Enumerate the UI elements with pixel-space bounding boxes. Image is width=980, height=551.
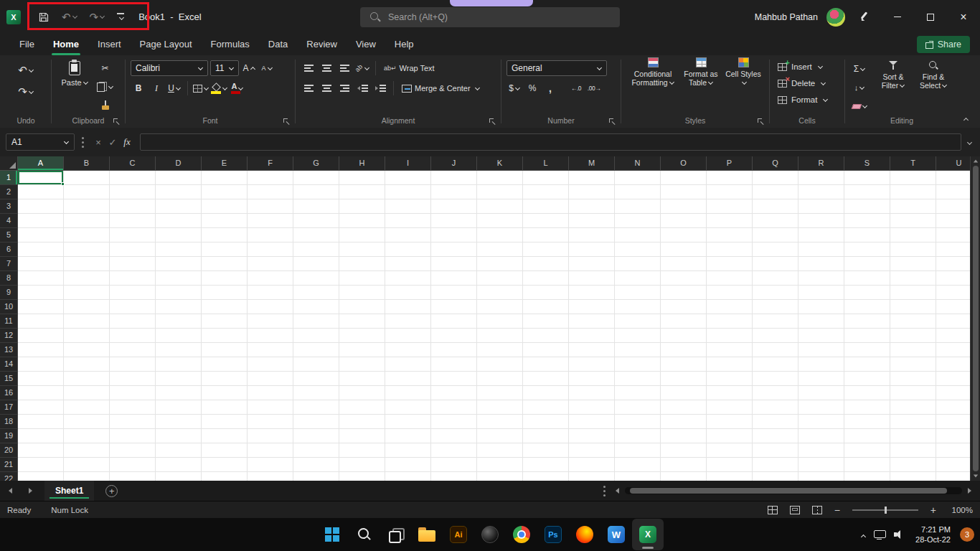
cell-T11[interactable] bbox=[890, 314, 936, 329]
taskbar-clock[interactable]: 7:21 PM 28-Oct-22 bbox=[915, 524, 951, 545]
cell-Q16[interactable] bbox=[753, 386, 798, 400]
cell-H12[interactable] bbox=[339, 329, 385, 343]
cell-B15[interactable] bbox=[64, 372, 110, 386]
cell-H20[interactable] bbox=[339, 443, 385, 458]
cell-N11[interactable] bbox=[615, 314, 661, 329]
clipboard-dialog-launcher[interactable] bbox=[113, 118, 120, 125]
cell-B1[interactable] bbox=[64, 171, 110, 185]
cell-I5[interactable] bbox=[385, 228, 431, 242]
cell-E20[interactable] bbox=[202, 443, 248, 458]
cell-E9[interactable] bbox=[202, 286, 248, 300]
ribbon-tab-review[interactable]: Review bbox=[297, 34, 347, 55]
cell-B2[interactable] bbox=[64, 185, 110, 199]
cell-E5[interactable] bbox=[202, 228, 248, 242]
sheetbar-options-icon[interactable] bbox=[603, 490, 606, 492]
cell-N17[interactable] bbox=[615, 400, 661, 415]
cell-I20[interactable] bbox=[385, 443, 431, 458]
cell-D10[interactable] bbox=[156, 300, 202, 314]
page-break-preview-button[interactable] bbox=[812, 506, 822, 514]
cell-N2[interactable] bbox=[615, 185, 661, 199]
cell-O21[interactable] bbox=[661, 458, 707, 472]
cell-H1[interactable] bbox=[339, 171, 385, 185]
notification-badge[interactable]: 3 bbox=[960, 527, 974, 542]
cell-S15[interactable] bbox=[844, 372, 890, 386]
scroll-left-arrow[interactable] bbox=[616, 488, 619, 494]
close-button[interactable]: × bbox=[947, 0, 980, 34]
cell-Q20[interactable] bbox=[753, 443, 798, 458]
cell-A11[interactable] bbox=[18, 314, 64, 329]
cell-S22[interactable] bbox=[844, 472, 890, 481]
cell-M7[interactable] bbox=[569, 257, 615, 271]
cell-K5[interactable] bbox=[477, 228, 523, 242]
cell-K6[interactable] bbox=[477, 242, 523, 257]
cell-C15[interactable] bbox=[110, 372, 156, 386]
cell-S9[interactable] bbox=[844, 286, 890, 300]
cell-D12[interactable] bbox=[156, 329, 202, 343]
column-header-H[interactable]: H bbox=[339, 156, 385, 170]
column-header-I[interactable]: I bbox=[385, 156, 431, 170]
alignment-dialog-launcher[interactable] bbox=[489, 118, 496, 125]
cell-L19[interactable] bbox=[523, 429, 569, 443]
cell-U20[interactable] bbox=[936, 443, 970, 458]
cell-T6[interactable] bbox=[890, 242, 936, 257]
qat-redo-button[interactable]: ↷ bbox=[90, 11, 105, 24]
cell-Q10[interactable] bbox=[753, 300, 798, 314]
save-button[interactable] bbox=[38, 11, 50, 23]
cell-P19[interactable] bbox=[707, 429, 753, 443]
cell-L18[interactable] bbox=[523, 415, 569, 429]
cell-G1[interactable] bbox=[293, 171, 339, 185]
new-sheet-button[interactable]: + bbox=[105, 485, 118, 497]
column-header-Q[interactable]: Q bbox=[753, 156, 798, 170]
cell-M14[interactable] bbox=[569, 357, 615, 372]
cell-C7[interactable] bbox=[110, 257, 156, 271]
row-header-11[interactable]: 11 bbox=[0, 314, 18, 329]
taskbar-icon-illustrator[interactable]: Ai bbox=[443, 519, 474, 550]
cell-C5[interactable] bbox=[110, 228, 156, 242]
cell-Q17[interactable] bbox=[753, 400, 798, 415]
cell-R3[interactable] bbox=[798, 199, 844, 214]
cell-O6[interactable] bbox=[661, 242, 707, 257]
cell-D7[interactable] bbox=[156, 257, 202, 271]
cell-P9[interactable] bbox=[707, 286, 753, 300]
column-header-M[interactable]: M bbox=[569, 156, 615, 170]
column-header-T[interactable]: T bbox=[890, 156, 936, 170]
cell-F15[interactable] bbox=[248, 372, 293, 386]
cell-L1[interactable] bbox=[523, 171, 569, 185]
cell-L13[interactable] bbox=[523, 343, 569, 357]
enter-button[interactable]: ✓ bbox=[105, 137, 120, 148]
taskbar-icon-excel[interactable]: X bbox=[632, 519, 664, 550]
cell-T20[interactable] bbox=[890, 443, 936, 458]
cell-U21[interactable] bbox=[936, 458, 970, 472]
cell-F7[interactable] bbox=[248, 257, 293, 271]
cell-E22[interactable] bbox=[202, 472, 248, 481]
cell-U8[interactable] bbox=[936, 271, 970, 286]
cell-P5[interactable] bbox=[707, 228, 753, 242]
cell-T14[interactable] bbox=[890, 357, 936, 372]
cell-K22[interactable] bbox=[477, 472, 523, 481]
cell-A3[interactable] bbox=[18, 199, 64, 214]
cell-U16[interactable] bbox=[936, 386, 970, 400]
cell-G14[interactable] bbox=[293, 357, 339, 372]
cell-C2[interactable] bbox=[110, 185, 156, 199]
cell-N21[interactable] bbox=[615, 458, 661, 472]
cell-S17[interactable] bbox=[844, 400, 890, 415]
cell-I7[interactable] bbox=[385, 257, 431, 271]
cell-T7[interactable] bbox=[890, 257, 936, 271]
cell-S8[interactable] bbox=[844, 271, 890, 286]
cell-O20[interactable] bbox=[661, 443, 707, 458]
cell-P10[interactable] bbox=[707, 300, 753, 314]
cell-C13[interactable] bbox=[110, 343, 156, 357]
cell-I19[interactable] bbox=[385, 429, 431, 443]
cell-G6[interactable] bbox=[293, 242, 339, 257]
cell-J1[interactable] bbox=[431, 171, 477, 185]
cell-L2[interactable] bbox=[523, 185, 569, 199]
column-header-U[interactable]: U bbox=[936, 156, 970, 170]
cell-M9[interactable] bbox=[569, 286, 615, 300]
ribbon-tab-help[interactable]: Help bbox=[385, 34, 423, 55]
cell-C6[interactable] bbox=[110, 242, 156, 257]
column-header-P[interactable]: P bbox=[707, 156, 753, 170]
cell-U17[interactable] bbox=[936, 400, 970, 415]
cell-O13[interactable] bbox=[661, 343, 707, 357]
cell-R7[interactable] bbox=[798, 257, 844, 271]
taskbar-icon-firefox[interactable] bbox=[569, 519, 600, 550]
